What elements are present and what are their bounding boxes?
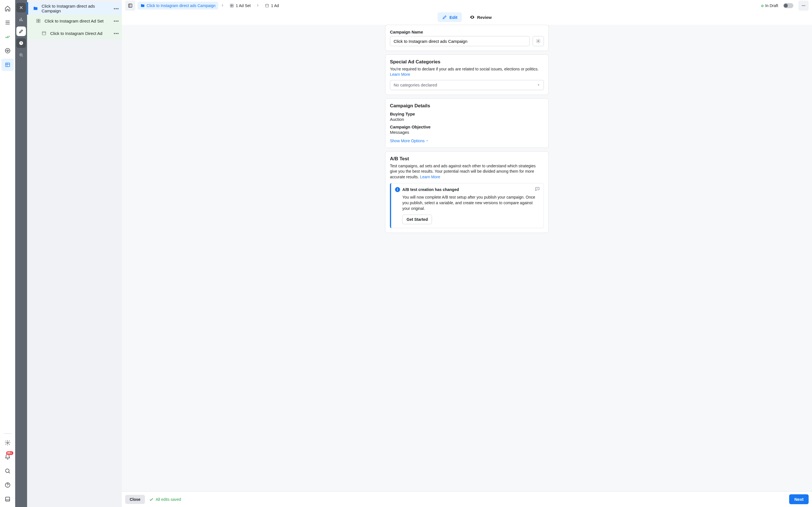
special-ad-select-value: No categories declared bbox=[394, 82, 437, 87]
tree-campaign-label: Click to Instagram direct ads Campaign bbox=[42, 4, 114, 13]
caret-down-icon bbox=[426, 139, 428, 142]
check-icon bbox=[149, 497, 154, 502]
breadcrumb-adset[interactable]: 1 Ad Set bbox=[227, 2, 253, 10]
panel-bottom-icon[interactable] bbox=[1, 493, 14, 505]
tree-adset-label: Click to Instagram direct Ad Set bbox=[45, 18, 103, 23]
folder-icon bbox=[32, 6, 39, 11]
breadcrumb-ad-label: 1 Ad bbox=[271, 3, 279, 8]
svg-rect-19 bbox=[232, 6, 234, 7]
abtest-notice-title: A/B test creation has changed bbox=[402, 187, 459, 192]
tree-campaign[interactable]: Click to Instagram direct ads Campaign •… bbox=[27, 2, 122, 15]
abtest-get-started-button[interactable]: Get Started bbox=[402, 215, 432, 224]
svg-point-22 bbox=[803, 5, 804, 6]
tree-ad-label: Click to Instagram Direct Ad bbox=[50, 31, 102, 36]
ad-icon bbox=[41, 31, 47, 36]
campaign-details-card: Campaign Details Buying Type Auction Cam… bbox=[385, 98, 549, 148]
chevron-right-icon bbox=[256, 3, 260, 8]
special-ad-card: Special Ad Categories You're required to… bbox=[385, 54, 549, 95]
more-menu-button[interactable] bbox=[799, 1, 809, 11]
svg-rect-17 bbox=[232, 4, 234, 6]
campaign-name-label: Campaign Name bbox=[390, 30, 544, 34]
abtest-title: A/B Test bbox=[390, 156, 544, 162]
zoom-icon[interactable] bbox=[16, 50, 26, 60]
name-settings-button[interactable] bbox=[532, 36, 544, 46]
search-icon[interactable] bbox=[1, 465, 14, 477]
chart-icon[interactable] bbox=[16, 15, 26, 24]
svg-point-21 bbox=[802, 5, 802, 6]
svg-point-6 bbox=[7, 486, 8, 487]
objective-value: Messages bbox=[390, 130, 544, 135]
info-icon: i bbox=[395, 187, 400, 192]
svg-point-1 bbox=[7, 51, 8, 52]
breadcrumb-campaign-label: Click to Instagram direct ads Campaign bbox=[147, 3, 215, 8]
notifications-icon[interactable]: 99+ bbox=[1, 451, 14, 463]
abtest-card: A/B Test Test campaigns, ad sets and ads… bbox=[385, 151, 549, 233]
chevron-right-icon bbox=[220, 3, 224, 8]
table-icon[interactable] bbox=[1, 59, 14, 71]
svg-rect-13 bbox=[39, 21, 40, 22]
svg-point-3 bbox=[7, 442, 8, 444]
special-ad-select[interactable]: No categories declared bbox=[390, 80, 544, 90]
adset-icon bbox=[35, 18, 42, 23]
report-icon[interactable] bbox=[535, 186, 540, 192]
campaign-name-card: Campaign Name bbox=[385, 25, 549, 51]
edit-icon[interactable] bbox=[16, 26, 26, 36]
breadcrumb-campaign[interactable]: Click to Instagram direct ads Campaign bbox=[138, 2, 218, 10]
row-menu-icon[interactable]: ••• bbox=[114, 6, 119, 11]
gauge-icon[interactable] bbox=[1, 45, 14, 57]
campaign-name-input[interactable] bbox=[390, 36, 530, 46]
tree-adset[interactable]: Click to Instagram direct Ad Set ••• bbox=[27, 15, 122, 27]
show-more-options[interactable]: Show More Options bbox=[390, 138, 428, 143]
help-icon[interactable] bbox=[1, 479, 14, 491]
row-menu-icon[interactable]: ••• bbox=[114, 18, 119, 23]
buying-type-label: Buying Type bbox=[390, 112, 544, 116]
breadcrumb-ad[interactable]: 1 Ad bbox=[262, 2, 282, 10]
svg-rect-2 bbox=[5, 63, 10, 67]
tab-edit-label: Edit bbox=[449, 15, 457, 20]
save-status: All edits saved bbox=[149, 497, 181, 502]
abtest-text: Test campaigns, ad sets and ads against … bbox=[390, 164, 536, 179]
clock-icon[interactable] bbox=[16, 38, 26, 48]
abtest-notice-body: You will now complete A/B test setup aft… bbox=[402, 194, 540, 211]
objective-label: Campaign Objective bbox=[390, 124, 544, 129]
svg-point-23 bbox=[804, 5, 805, 6]
svg-rect-15 bbox=[129, 4, 132, 7]
notification-badge: 99+ bbox=[6, 451, 13, 455]
menu-icon[interactable] bbox=[1, 16, 14, 29]
abtest-learn-more[interactable]: Learn More bbox=[420, 175, 441, 179]
settings-icon[interactable] bbox=[1, 437, 14, 449]
svg-rect-7 bbox=[5, 497, 10, 501]
svg-point-4 bbox=[5, 469, 9, 473]
row-menu-icon[interactable]: ••• bbox=[114, 31, 119, 36]
svg-rect-10 bbox=[37, 19, 38, 20]
close-button[interactable]: Close bbox=[125, 495, 145, 504]
buying-type-value: Auction bbox=[390, 117, 544, 122]
tab-edit[interactable]: Edit bbox=[438, 12, 462, 22]
next-button[interactable]: Next bbox=[789, 494, 809, 504]
abtest-notice: i A/B test creation has changed You will… bbox=[390, 183, 544, 228]
tree-ad[interactable]: Click to Instagram Direct Ad ••• bbox=[27, 27, 122, 40]
special-ad-title: Special Ad Categories bbox=[390, 59, 544, 65]
special-ad-text: You're required to declare if your ads a… bbox=[390, 67, 539, 71]
svg-rect-18 bbox=[231, 6, 232, 7]
svg-rect-20 bbox=[266, 4, 269, 7]
svg-rect-16 bbox=[231, 4, 232, 6]
svg-rect-14 bbox=[42, 32, 46, 35]
caret-down-icon bbox=[537, 83, 540, 87]
tab-review[interactable]: Review bbox=[465, 12, 496, 22]
collapse-panel-button[interactable] bbox=[125, 1, 135, 11]
draft-status: In Draft bbox=[761, 3, 778, 8]
campaign-details-title: Campaign Details bbox=[390, 103, 544, 109]
status-toggle[interactable] bbox=[783, 3, 794, 8]
tab-review-label: Review bbox=[477, 15, 492, 20]
special-ad-learn-more[interactable]: Learn More bbox=[390, 72, 410, 76]
svg-point-24 bbox=[538, 41, 539, 42]
close-icon[interactable] bbox=[16, 3, 26, 12]
breadcrumb-adset-label: 1 Ad Set bbox=[236, 3, 251, 8]
svg-rect-12 bbox=[37, 21, 38, 22]
double-check-icon[interactable] bbox=[1, 31, 14, 43]
home-icon[interactable] bbox=[1, 2, 14, 15]
svg-rect-11 bbox=[39, 19, 40, 20]
